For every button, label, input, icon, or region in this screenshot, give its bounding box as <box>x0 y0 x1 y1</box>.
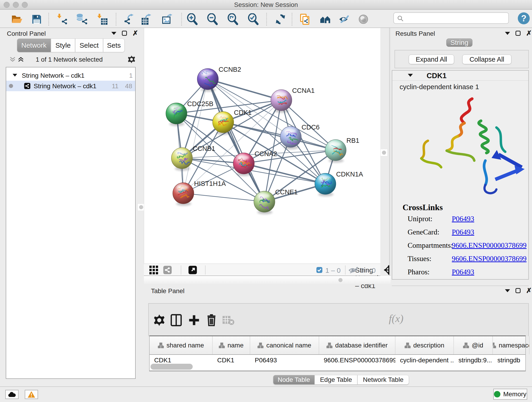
help-button[interactable]: ? <box>518 12 530 24</box>
crosslink-value[interactable]: 9606.ENSP00000378699 <box>452 241 526 249</box>
import-network-icon[interactable] <box>56 13 68 25</box>
right-splitter-handle[interactable] <box>380 149 388 156</box>
network-row[interactable]: String Network – cdk1 11 48 <box>6 81 135 91</box>
open-in-new-icon[interactable] <box>188 266 197 275</box>
table-cell[interactable]: cyclin-dependent ... <box>395 355 454 366</box>
tab-network[interactable]: Network <box>17 38 51 52</box>
hide-selected-icon[interactable] <box>338 13 350 25</box>
delete-column-icon[interactable] <box>205 314 218 327</box>
node-CDC6[interactable]: CDC6 <box>280 123 320 149</box>
import-table-icon[interactable] <box>96 13 108 25</box>
node-CCNE1[interactable]: CCNE1 <box>254 188 298 214</box>
network-canvas[interactable]: CCNB2 CCNA1 CDC25B CDK1 CDC6 RB1 CCNB1 C… <box>144 28 380 264</box>
open-session-icon[interactable] <box>11 13 23 25</box>
control-panel-menu-icon[interactable] <box>111 32 116 35</box>
toolbar-separator <box>266 13 267 26</box>
protein-card-expander-icon[interactable] <box>408 74 413 77</box>
table-panel-close-icon[interactable]: ✗ <box>526 288 532 293</box>
results-panel-close-icon[interactable]: ✗ <box>526 31 532 36</box>
cloud-icon <box>8 391 16 397</box>
column-header-id[interactable]: @id <box>454 336 493 354</box>
export-image-icon[interactable] <box>162 13 174 25</box>
table-settings-gear-icon[interactable] <box>153 314 166 327</box>
tab-edge-table[interactable]: Edge Table <box>315 375 357 385</box>
network-collection-row[interactable]: String Network – cdk1 1 <box>6 70 135 81</box>
create-column-icon[interactable] <box>188 314 201 327</box>
show-columns-icon[interactable] <box>170 314 183 327</box>
results-panel-menu-icon[interactable] <box>505 32 510 35</box>
collection-expander-icon[interactable] <box>13 74 17 77</box>
save-session-icon[interactable] <box>31 13 43 25</box>
network-status-dot <box>9 84 13 88</box>
table-row[interactable]: CDK1CDK1P064939606.ENSP00000378699cyclin… <box>150 355 525 366</box>
crosslink-value[interactable]: P06493 <box>452 228 474 236</box>
crosslink-value[interactable]: P06493 <box>452 215 474 223</box>
table-cell[interactable]: P06493 <box>250 355 319 366</box>
tab-sets[interactable]: Sets <box>103 38 125 52</box>
string-view-icon[interactable] <box>163 266 172 275</box>
show-all-icon[interactable] <box>357 13 369 25</box>
crosslink-value[interactable]: P06493 <box>452 268 474 276</box>
table-cell[interactable]: stringdb <box>493 355 530 366</box>
warning-button[interactable] <box>25 390 38 399</box>
column-header-namespace[interactable]: namespace <box>493 336 530 354</box>
protein-card-header[interactable]: CDK1 <box>392 70 528 81</box>
results-panel-float-icon[interactable] <box>515 31 520 36</box>
zoom-selected-icon[interactable] <box>247 13 259 25</box>
hidden-count: 0 – 0 <box>360 267 376 274</box>
zoom-in-icon[interactable] <box>186 13 198 25</box>
control-panel-close-icon[interactable]: ✗ <box>133 31 138 36</box>
expand-all-button[interactable]: Expand All <box>409 55 454 64</box>
zoom-out-icon[interactable] <box>207 13 219 25</box>
collapse-all-button[interactable]: Collapse All <box>462 55 511 64</box>
table-panel-menu-icon[interactable] <box>505 289 510 292</box>
import-database-icon[interactable] <box>76 13 88 25</box>
node-label-CDC6: CDC6 <box>302 123 320 131</box>
close-window-button[interactable] <box>4 2 10 8</box>
warning-icon <box>27 391 35 398</box>
refresh-network-icon[interactable] <box>274 13 286 25</box>
tab-style[interactable]: Style <box>51 38 75 52</box>
column-header-name[interactable]: name <box>213 336 250 354</box>
table-cell[interactable]: 9606.ENSP00000378699 <box>319 355 395 366</box>
first-neighbors-icon[interactable] <box>319 13 331 25</box>
horizontal-scrollbar-thumb[interactable] <box>151 364 193 370</box>
search-box[interactable] <box>393 12 509 24</box>
network-tree: String Network – cdk1 1 String Network –… <box>6 67 136 379</box>
memory-button[interactable]: Memory <box>493 389 527 400</box>
grid-view-icon[interactable] <box>149 266 158 275</box>
export-table-icon[interactable] <box>141 13 152 25</box>
node-RB1[interactable]: RB1 <box>325 137 359 163</box>
network-options-gear-icon[interactable] <box>127 55 136 65</box>
minimize-window-button[interactable] <box>13 2 19 8</box>
search-input[interactable] <box>406 14 507 23</box>
tab-network-table[interactable]: Network Table <box>357 375 409 385</box>
crosslink-value[interactable]: 9606.ENSP00000378699 <box>452 254 526 263</box>
node-CDKN1A[interactable]: CDKN1A <box>315 171 363 196</box>
zoom-window-button[interactable] <box>22 2 28 8</box>
column-header-sharedname[interactable]: shared name <box>150 336 213 354</box>
window-titlebar[interactable]: Session: New Session <box>0 0 532 10</box>
table-cell[interactable]: CDK1 <box>213 355 250 366</box>
tab-node-table[interactable]: Node Table <box>273 375 315 385</box>
node-CCNB1[interactable]: CCNB1 <box>171 145 215 171</box>
control-panel-float-icon[interactable] <box>122 31 127 36</box>
copy-network-icon[interactable] <box>299 13 311 25</box>
node-CDC25B[interactable]: CDC25B <box>166 100 213 126</box>
column-header-description[interactable]: description <box>395 336 454 354</box>
column-header-databaseidentifier[interactable]: database identifier <box>319 336 395 354</box>
cloud-button[interactable] <box>5 390 19 399</box>
selected-checkbox-icon[interactable] <box>316 267 323 274</box>
table-cell[interactable]: stringdb:9... <box>454 355 493 366</box>
tab-select[interactable]: Select <box>75 38 103 52</box>
status-bar: Memory <box>0 386 532 402</box>
table-toolbar: f(x) <box>148 303 529 336</box>
node-HIST1H1A[interactable]: HIST1H1A <box>173 180 226 206</box>
export-network-icon[interactable] <box>123 13 135 25</box>
table-panel-float-icon[interactable] <box>515 288 520 293</box>
node-CCNA1[interactable]: CCNA1 <box>271 87 315 113</box>
node-CCNB2[interactable]: CCNB2 <box>197 66 241 92</box>
zoom-fit-icon[interactable] <box>227 13 239 25</box>
tab-string[interactable]: String <box>446 38 472 47</box>
column-header-canonicalname[interactable]: canonical name <box>250 336 319 354</box>
